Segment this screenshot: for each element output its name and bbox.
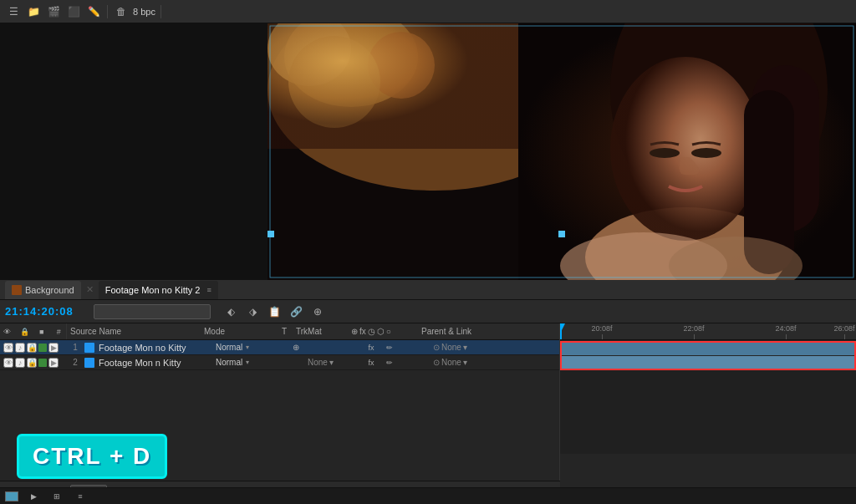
tl-tool-4[interactable]: 🔗 bbox=[288, 303, 304, 320]
col-label-icon[interactable]: ■ bbox=[34, 323, 49, 340]
footage-icon-1 bbox=[84, 343, 94, 353]
folder-icon[interactable]: 📁 bbox=[25, 3, 42, 20]
tl-tool-5[interactable]: ⊕ bbox=[309, 303, 326, 320]
timeline-header: 21:14:20:08 ⬖ ⬗ 📋 🔗 ⊕ bbox=[0, 300, 856, 323]
video-preview bbox=[268, 23, 856, 280]
layer-1-fx-btn[interactable]: fx bbox=[363, 339, 380, 356]
layer-1-mode-container: Normal ▾ bbox=[212, 343, 288, 352]
main-layout: ☰ 📁 🎬 ⬛ ✏️ 🗑 8 bpc bbox=[0, 0, 856, 504]
status-icon-3[interactable]: ≡ bbox=[72, 488, 89, 505]
col-t-header: T bbox=[276, 327, 293, 336]
layer-1-mode-arrow[interactable]: ▾ bbox=[246, 344, 249, 351]
track-bar-1[interactable] bbox=[560, 341, 856, 355]
timeline-tabs: Background ✕ Footage Mon no Kitty 2 ≡ bbox=[0, 280, 856, 300]
layer-2-name[interactable]: Footage Mon n Kitty bbox=[95, 358, 212, 368]
layer-1-parent: ⊙ None ▾ bbox=[430, 343, 505, 352]
column-headers: 👁 🔒 ■ # Source Name Mode T TrkMat ⊕ fx ◷… bbox=[0, 323, 559, 340]
menu-icon[interactable]: ☰ bbox=[5, 3, 22, 20]
layer-2-parent-arrow[interactable]: ▾ bbox=[463, 358, 467, 367]
svg-rect-6 bbox=[268, 23, 518, 149]
svg-point-13 bbox=[650, 148, 680, 158]
svg-point-14 bbox=[691, 148, 721, 158]
layer-2-link-icon: ⊙ bbox=[433, 358, 440, 367]
tab-background[interactable]: Background bbox=[5, 281, 81, 299]
layer-1-label-color bbox=[38, 344, 47, 352]
col-num-icon[interactable]: # bbox=[52, 323, 67, 340]
tab-background-label: Background bbox=[25, 285, 74, 295]
svg-rect-18 bbox=[268, 231, 274, 237]
layer-2-icon bbox=[84, 357, 95, 369]
preview-top-toolbar: ☰ 📁 🎬 ⬛ ✏️ 🗑 8 bpc bbox=[0, 0, 856, 23]
tab-footage[interactable]: Footage Mon no Kitty 2 ≡ bbox=[99, 281, 218, 299]
tracks-empty bbox=[560, 370, 856, 454]
layer-2-pencil-btn[interactable]: ✏ bbox=[381, 354, 398, 371]
ctrl-d-overlay: CTRL + D bbox=[17, 434, 167, 479]
track-bar-2[interactable] bbox=[560, 356, 856, 370]
layer-2-visibility[interactable]: 👁 bbox=[3, 358, 13, 368]
ruler-label-3: 24:08f bbox=[775, 324, 796, 333]
bottom-status-bar: ▶ ⊞ ≡ bbox=[0, 487, 856, 504]
ruler-mark-4: 26:08f bbox=[844, 334, 845, 339]
col-lock-icon[interactable]: 🔒 bbox=[18, 323, 33, 340]
separator-2 bbox=[160, 5, 161, 18]
separator bbox=[107, 5, 108, 18]
playhead-line bbox=[560, 323, 562, 339]
layer-1-icon bbox=[84, 342, 95, 354]
layer-1-visibility[interactable]: 👁 bbox=[3, 343, 13, 353]
playhead-head bbox=[560, 323, 565, 332]
layer-1-controls: 👁 ♪ 🔒 ▶ bbox=[0, 343, 67, 353]
status-color-swatch[interactable] bbox=[5, 491, 18, 501]
tl-tool-3[interactable]: 📋 bbox=[266, 303, 283, 320]
layer-2-controls: 👁 ♪ 🔒 ▶ bbox=[0, 358, 67, 368]
timeline-ruler: 20:08f 22:08f 24:08f 26:08f bbox=[560, 323, 856, 340]
layer-2-mode: Normal bbox=[212, 358, 246, 367]
ctrl-d-text: CTRL + D bbox=[33, 443, 151, 469]
ruler-label-4: 26:08f bbox=[833, 324, 854, 333]
layer-2-num: 2 bbox=[67, 358, 84, 367]
layer-2-trkmat-val: None bbox=[308, 358, 328, 367]
film-icon[interactable]: 🎬 bbox=[45, 3, 62, 20]
bpc-label: 8 bpc bbox=[133, 7, 155, 17]
layer-1-audio[interactable]: ♪ bbox=[15, 343, 25, 353]
layer-2-audio[interactable]: ♪ bbox=[15, 358, 25, 368]
layer-1-lock[interactable]: 🔒 bbox=[27, 343, 37, 353]
preview-content bbox=[0, 23, 856, 280]
layer-2-misc: fx ✏ bbox=[363, 354, 430, 371]
layer-row-1[interactable]: 👁 ♪ 🔒 ▶ 1 Footage Mon no Kitty Normal ▾ bbox=[0, 340, 559, 355]
layer-2-expand[interactable]: ▶ bbox=[48, 358, 59, 368]
layer-1-parent-arrow[interactable]: ▾ bbox=[463, 343, 467, 352]
trash-icon[interactable]: 🗑 bbox=[113, 3, 130, 20]
ruler-mark-2: 22:08f bbox=[694, 334, 695, 339]
timeline-search[interactable] bbox=[94, 304, 211, 319]
layer-2-lock[interactable]: 🔒 bbox=[27, 358, 37, 368]
video-content-svg bbox=[268, 23, 856, 280]
layer-2-trkmat-arrow[interactable]: ▾ bbox=[329, 358, 334, 367]
comp-icon[interactable]: ⬛ bbox=[65, 3, 82, 20]
status-icon-2[interactable]: ⊞ bbox=[48, 488, 65, 505]
tl-tool-2[interactable]: ⬗ bbox=[244, 303, 261, 320]
layer-row-2[interactable]: 👁 ♪ 🔒 ▶ 2 Footage Mon n Kitty Normal ▾ bbox=[0, 355, 559, 370]
video-simulation bbox=[268, 23, 856, 280]
col-parent-header: Parent & Link bbox=[418, 327, 493, 336]
timeline-time: 21:14:20:08 bbox=[5, 305, 89, 318]
layer-1-name[interactable]: Footage Mon no Kitty bbox=[95, 343, 212, 353]
tl-tool-1[interactable]: ⬖ bbox=[222, 303, 239, 320]
brush-icon[interactable]: ✏️ bbox=[85, 3, 102, 20]
tab-bg-icon bbox=[12, 285, 22, 295]
layer-2-parent-val: None bbox=[441, 358, 461, 367]
status-icon-1[interactable]: ▶ bbox=[25, 488, 42, 505]
col-trkmat-header: TrkMat bbox=[293, 327, 351, 336]
col-eye-icon[interactable]: 👁 bbox=[0, 323, 15, 340]
layer-1-parent-val: None bbox=[441, 343, 461, 352]
svg-point-10 bbox=[610, 57, 761, 241]
svg-rect-19 bbox=[558, 231, 565, 237]
layer-2-mode-arrow[interactable]: ▾ bbox=[246, 359, 249, 366]
footage-icon-2 bbox=[84, 358, 94, 368]
track-bars bbox=[560, 340, 856, 370]
layer-1-pencil-btn[interactable]: ✏ bbox=[381, 339, 398, 356]
layer-2-fx-btn[interactable]: fx bbox=[363, 354, 380, 371]
layer-1-expand[interactable]: ▶ bbox=[48, 343, 59, 353]
layer-2-label-color bbox=[38, 359, 47, 367]
layer-2-mode-container: Normal ▾ bbox=[212, 358, 288, 367]
tab-separator: ✕ bbox=[86, 284, 94, 295]
